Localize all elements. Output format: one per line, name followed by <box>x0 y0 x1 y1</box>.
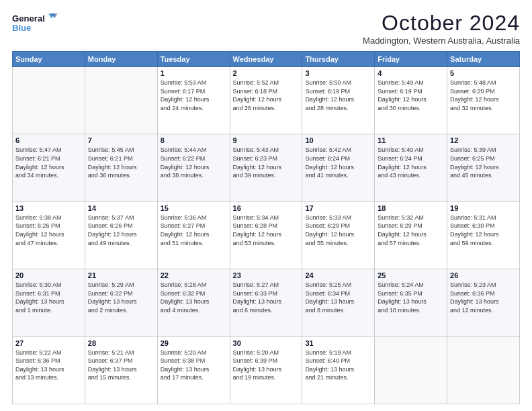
week-row-4: 27Sunrise: 5:22 AMSunset: 6:36 PMDayligh… <box>13 336 520 404</box>
day-number: 4 <box>378 69 444 77</box>
info-line: and 21 minutes. <box>305 374 348 381</box>
info-line: Sunrise: 5:29 AM <box>88 281 134 288</box>
day-info: Sunrise: 5:31 AMSunset: 6:30 PMDaylight:… <box>450 214 517 247</box>
day-info: Sunrise: 5:25 AMSunset: 6:34 PMDaylight:… <box>305 281 371 314</box>
info-line: and 43 minutes. <box>378 172 420 179</box>
day-number: 17 <box>305 204 371 212</box>
day-info: Sunrise: 5:45 AMSunset: 6:21 PMDaylight:… <box>88 146 154 179</box>
info-line: Daylight: 12 hours <box>378 96 427 103</box>
day-number: 12 <box>450 136 517 144</box>
calendar-table: Sunday Monday Tuesday Wednesday Thursday… <box>12 51 520 404</box>
day-number: 5 <box>450 69 517 77</box>
day-info: Sunrise: 5:22 AMSunset: 6:36 PMDaylight:… <box>15 349 82 382</box>
col-monday: Monday <box>85 52 157 67</box>
svg-text:General: General <box>12 13 45 24</box>
info-line: and 49 minutes. <box>88 240 131 246</box>
cell-4-2: 29Sunrise: 5:20 AMSunset: 6:38 PMDayligh… <box>157 336 230 404</box>
day-info: Sunrise: 5:23 AMSunset: 6:36 PMDaylight:… <box>450 281 517 314</box>
info-line: Sunset: 6:28 PM <box>233 222 278 229</box>
info-line: and 41 minutes. <box>305 172 348 179</box>
svg-text:Blue: Blue <box>12 23 31 33</box>
info-line: Sunset: 6:40 PM <box>305 357 350 364</box>
day-info: Sunrise: 5:30 AMSunset: 6:31 PMDaylight:… <box>15 281 82 314</box>
cell-2-3: 16Sunrise: 5:34 AMSunset: 6:28 PMDayligh… <box>230 201 302 269</box>
info-line: and 26 minutes. <box>233 105 276 111</box>
info-line: and 38 minutes. <box>161 172 204 179</box>
cell-4-0: 27Sunrise: 5:22 AMSunset: 6:36 PMDayligh… <box>13 336 85 404</box>
day-number: 7 <box>88 136 154 144</box>
info-line: Sunrise: 5:45 AM <box>88 146 134 153</box>
info-line: Sunrise: 5:49 AM <box>378 79 424 86</box>
day-number: 11 <box>378 136 444 144</box>
cell-2-6: 19Sunrise: 5:31 AMSunset: 6:30 PMDayligh… <box>447 201 520 269</box>
cell-1-1: 7Sunrise: 5:45 AMSunset: 6:21 PMDaylight… <box>85 134 157 201</box>
day-info: Sunrise: 5:53 AMSunset: 6:17 PMDaylight:… <box>161 79 227 112</box>
day-info: Sunrise: 5:39 AMSunset: 6:25 PMDaylight:… <box>450 146 517 179</box>
info-line: Daylight: 12 hours <box>161 96 210 103</box>
cell-0-5: 4Sunrise: 5:49 AMSunset: 6:19 PMDaylight… <box>375 67 447 134</box>
info-line: Sunset: 6:31 PM <box>15 290 60 297</box>
day-info: Sunrise: 5:48 AMSunset: 6:20 PMDaylight:… <box>450 79 517 112</box>
day-number: 27 <box>15 339 82 347</box>
cell-4-3: 30Sunrise: 5:20 AMSunset: 6:39 PMDayligh… <box>230 336 302 404</box>
day-number: 24 <box>305 271 371 279</box>
logo-svg: General Blue <box>12 11 59 36</box>
cell-3-5: 25Sunrise: 5:24 AMSunset: 6:35 PMDayligh… <box>375 269 447 336</box>
cell-3-3: 23Sunrise: 5:27 AMSunset: 6:33 PMDayligh… <box>230 269 302 336</box>
info-line: Sunrise: 5:21 AM <box>88 349 134 356</box>
info-line: Daylight: 12 hours <box>305 96 354 103</box>
info-line: Sunrise: 5:23 AM <box>450 281 496 288</box>
info-line: and 12 minutes. <box>450 307 493 314</box>
info-line: and 51 minutes. <box>161 240 204 246</box>
info-line: Sunset: 6:20 PM <box>450 88 495 95</box>
cell-3-1: 21Sunrise: 5:29 AMSunset: 6:32 PMDayligh… <box>85 269 157 336</box>
info-line: Sunset: 6:32 PM <box>88 290 133 297</box>
cell-2-4: 17Sunrise: 5:33 AMSunset: 6:29 PMDayligh… <box>302 201 375 269</box>
info-line: Sunrise: 5:22 AM <box>15 349 62 356</box>
info-line: Sunrise: 5:36 AM <box>161 214 207 221</box>
info-line: Daylight: 13 hours <box>450 298 499 305</box>
col-wednesday: Wednesday <box>230 52 302 67</box>
header-row: Sunday Monday Tuesday Wednesday Thursday… <box>13 52 520 67</box>
info-line: Daylight: 13 hours <box>88 298 137 305</box>
info-line: Daylight: 12 hours <box>88 231 137 238</box>
page: General Blue October 2024 Maddington, We… <box>0 0 532 411</box>
info-line: and 2 minutes. <box>88 307 128 314</box>
info-line: Sunset: 6:30 PM <box>450 222 495 229</box>
info-line: Sunset: 6:33 PM <box>233 290 278 297</box>
cell-1-3: 9Sunrise: 5:43 AMSunset: 6:23 PMDaylight… <box>230 134 302 201</box>
info-line: Sunset: 6:34 PM <box>305 290 350 297</box>
day-info: Sunrise: 5:34 AMSunset: 6:28 PMDaylight:… <box>233 214 300 247</box>
info-line: Sunset: 6:19 PM <box>305 88 350 95</box>
cell-2-5: 18Sunrise: 5:32 AMSunset: 6:29 PMDayligh… <box>375 201 447 269</box>
info-line: and 55 minutes. <box>305 240 348 246</box>
info-line: Daylight: 12 hours <box>378 231 427 238</box>
cell-0-3: 2Sunrise: 5:52 AMSunset: 6:18 PMDaylight… <box>230 67 302 134</box>
info-line: Sunrise: 5:24 AM <box>378 281 424 288</box>
month-title: October 2024 <box>363 11 520 36</box>
info-line: Sunrise: 5:43 AM <box>233 146 279 153</box>
info-line: Sunset: 6:25 PM <box>450 155 495 162</box>
info-line: Daylight: 13 hours <box>233 298 282 305</box>
day-info: Sunrise: 5:50 AMSunset: 6:19 PMDaylight:… <box>305 79 371 112</box>
day-info: Sunrise: 5:42 AMSunset: 6:24 PMDaylight:… <box>305 146 371 179</box>
info-line: and 17 minutes. <box>161 374 204 381</box>
col-thursday: Thursday <box>302 52 375 67</box>
cell-1-2: 8Sunrise: 5:44 AMSunset: 6:22 PMDaylight… <box>157 134 230 201</box>
day-info: Sunrise: 5:20 AMSunset: 6:38 PMDaylight:… <box>161 349 227 382</box>
info-line: and 15 minutes. <box>88 374 131 381</box>
info-line: and 45 minutes. <box>450 172 493 179</box>
week-row-1: 6Sunrise: 5:47 AMSunset: 6:21 PMDaylight… <box>13 134 520 201</box>
day-info: Sunrise: 5:28 AMSunset: 6:32 PMDaylight:… <box>161 281 227 314</box>
cell-3-4: 24Sunrise: 5:25 AMSunset: 6:34 PMDayligh… <box>302 269 375 336</box>
info-line: Daylight: 13 hours <box>161 366 210 373</box>
info-line: Sunrise: 5:31 AM <box>450 214 496 221</box>
info-line: Daylight: 12 hours <box>233 96 282 103</box>
day-info: Sunrise: 5:36 AMSunset: 6:27 PMDaylight:… <box>161 214 227 247</box>
day-info: Sunrise: 5:29 AMSunset: 6:32 PMDaylight:… <box>88 281 154 314</box>
info-line: and 34 minutes. <box>15 172 58 179</box>
cell-0-4: 3Sunrise: 5:50 AMSunset: 6:19 PMDaylight… <box>302 67 375 134</box>
cell-1-0: 6Sunrise: 5:47 AMSunset: 6:21 PMDaylight… <box>13 134 85 201</box>
info-line: Sunset: 6:29 PM <box>378 222 423 229</box>
info-line: and 1 minute. <box>15 307 52 314</box>
